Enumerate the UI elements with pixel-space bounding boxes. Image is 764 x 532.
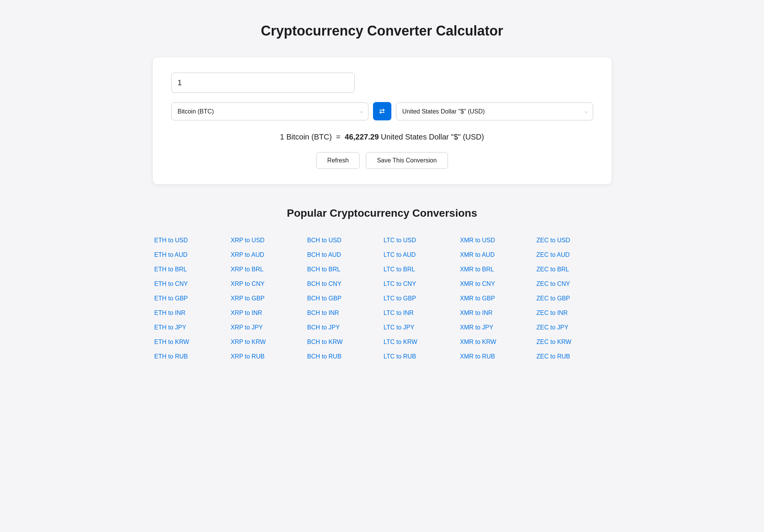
- list-item[interactable]: ETH to CNY: [153, 277, 229, 291]
- list-item[interactable]: XRP to CNY: [229, 277, 306, 291]
- from-currency-select[interactable]: Bitcoin (BTC) Ethereum (ETH) Ripple (XRP…: [172, 103, 368, 120]
- list-item[interactable]: XMR to JPY: [459, 320, 535, 335]
- list-item[interactable]: XMR to AUD: [459, 248, 535, 262]
- list-item[interactable]: BCH to JPY: [306, 320, 382, 335]
- list-item[interactable]: ZEC to AUD: [535, 248, 612, 262]
- list-item[interactable]: XMR to INR: [459, 306, 535, 320]
- list-item[interactable]: BCH to BRL: [306, 262, 382, 277]
- list-item[interactable]: XRP to AUD: [229, 248, 306, 262]
- result-equals: =: [334, 133, 345, 141]
- list-item[interactable]: ETH to RUB: [153, 349, 229, 364]
- popular-section: Popular Cryptocurrency Conversions ETH t…: [153, 207, 612, 364]
- swap-button[interactable]: ⇄: [373, 102, 391, 120]
- from-currency-wrapper: Bitcoin (BTC) Ethereum (ETH) Ripple (XRP…: [171, 102, 368, 120]
- to-currency-select[interactable]: United States Dollar "$" (USD) Euro (EUR…: [396, 103, 593, 120]
- result-row: 1 Bitcoin (BTC) = 46,227.29 United State…: [171, 133, 593, 141]
- list-item[interactable]: ETH to USD: [153, 233, 229, 248]
- list-item[interactable]: XMR to USD: [459, 233, 535, 248]
- list-item[interactable]: ETH to INR: [153, 306, 229, 320]
- selectors-row: Bitcoin (BTC) Ethereum (ETH) Ripple (XRP…: [171, 102, 593, 120]
- list-item[interactable]: XMR to RUB: [459, 349, 535, 364]
- list-item[interactable]: ZEC to JPY: [535, 320, 612, 335]
- list-item[interactable]: ZEC to RUB: [535, 349, 612, 364]
- list-item[interactable]: XRP to USD: [229, 233, 306, 248]
- list-item[interactable]: ZEC to USD: [535, 233, 612, 248]
- list-item[interactable]: ZEC to GBP: [535, 291, 612, 306]
- list-item[interactable]: XRP to KRW: [229, 335, 306, 349]
- list-item[interactable]: BCH to AUD: [306, 248, 382, 262]
- list-item[interactable]: XMR to BRL: [459, 262, 535, 277]
- list-item[interactable]: XMR to CNY: [459, 277, 535, 291]
- popular-title: Popular Cryptocurrency Conversions: [153, 207, 612, 219]
- list-item[interactable]: ZEC to BRL: [535, 262, 612, 277]
- save-conversion-button[interactable]: Save This Conversion: [366, 152, 448, 169]
- list-item[interactable]: XRP to RUB: [229, 349, 306, 364]
- list-item[interactable]: ETH to GBP: [153, 291, 229, 306]
- result-amount: 46,227.29: [345, 133, 379, 141]
- list-item[interactable]: LTC to AUD: [382, 248, 459, 262]
- list-item[interactable]: BCH to USD: [306, 233, 382, 248]
- amount-input[interactable]: [171, 73, 355, 93]
- result-currency: United States Dollar "$" (USD): [381, 133, 484, 141]
- list-item[interactable]: LTC to BRL: [382, 262, 459, 277]
- list-item[interactable]: LTC to CNY: [382, 277, 459, 291]
- to-currency-wrapper: United States Dollar "$" (USD) Euro (EUR…: [396, 102, 593, 120]
- list-item[interactable]: BCH to CNY: [306, 277, 382, 291]
- action-buttons-row: Refresh Save This Conversion: [171, 152, 593, 169]
- list-item[interactable]: XRP to GBP: [229, 291, 306, 306]
- list-item[interactable]: ZEC to INR: [535, 306, 612, 320]
- list-item[interactable]: ZEC to CNY: [535, 277, 612, 291]
- page-title: Cryptocurrency Converter Calculator: [15, 23, 749, 39]
- conversions-grid: ETH to USDXRP to USDBCH to USDLTC to USD…: [153, 233, 612, 364]
- list-item[interactable]: ETH to JPY: [153, 320, 229, 335]
- list-item[interactable]: LTC to GBP: [382, 291, 459, 306]
- list-item[interactable]: LTC to INR: [382, 306, 459, 320]
- refresh-button[interactable]: Refresh: [316, 152, 360, 169]
- list-item[interactable]: ZEC to KRW: [535, 335, 612, 349]
- list-item[interactable]: LTC to JPY: [382, 320, 459, 335]
- list-item[interactable]: XRP to BRL: [229, 262, 306, 277]
- list-item[interactable]: ETH to KRW: [153, 335, 229, 349]
- list-item[interactable]: LTC to RUB: [382, 349, 459, 364]
- list-item[interactable]: XMR to KRW: [459, 335, 535, 349]
- list-item[interactable]: BCH to KRW: [306, 335, 382, 349]
- list-item[interactable]: XRP to INR: [229, 306, 306, 320]
- list-item[interactable]: BCH to RUB: [306, 349, 382, 364]
- converter-card: Bitcoin (BTC) Ethereum (ETH) Ripple (XRP…: [153, 57, 612, 184]
- list-item[interactable]: ETH to BRL: [153, 262, 229, 277]
- list-item[interactable]: LTC to KRW: [382, 335, 459, 349]
- list-item[interactable]: ETH to AUD: [153, 248, 229, 262]
- result-prefix: 1 Bitcoin (BTC): [280, 133, 332, 141]
- list-item[interactable]: BCH to GBP: [306, 291, 382, 306]
- swap-icon: ⇄: [379, 107, 385, 115]
- list-item[interactable]: LTC to USD: [382, 233, 459, 248]
- list-item[interactable]: XMR to GBP: [459, 291, 535, 306]
- list-item[interactable]: XRP to JPY: [229, 320, 306, 335]
- list-item[interactable]: BCH to INR: [306, 306, 382, 320]
